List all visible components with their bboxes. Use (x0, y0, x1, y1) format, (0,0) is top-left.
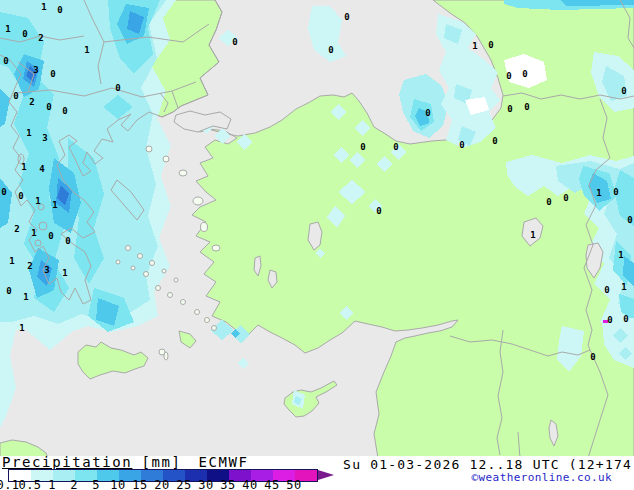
weather-map: 1010210300020013140011210012310110000001… (0, 0, 634, 458)
precip-value-label: 0 (507, 104, 512, 114)
precip-value-label: 0 (50, 69, 55, 79)
precip-value-label: 0 (393, 142, 398, 152)
precip-value-label: 0 (1, 187, 6, 197)
precip-value-label: 0 (3, 56, 8, 66)
precip-value-label: 3 (33, 65, 38, 75)
precip-value-label: 1 (9, 256, 14, 266)
precip-value-label: 1 (19, 323, 24, 333)
weather-map-page: 1010210300020013140011210012310110000001… (0, 0, 634, 490)
precip-value-label: 0 (522, 69, 527, 79)
precip-value-label: 0 (344, 12, 349, 22)
legend-unit: [mm] (141, 454, 181, 470)
precip-value-label: 0 (459, 140, 464, 150)
precip-value-label: 1 (5, 24, 10, 34)
scale-tick-label: 45 (264, 478, 279, 490)
precip-value-label: 4 (39, 164, 45, 174)
scale-tick-label: 5 (92, 478, 100, 490)
scale-tick-label: 0.1 (0, 478, 20, 490)
precip-value-label: 3 (42, 133, 47, 143)
precip-value-label: 0 (492, 136, 497, 146)
scale-tick-label: 25 (176, 478, 191, 490)
precip-value-label: 2 (29, 97, 34, 107)
precip-value-label: 0 (360, 142, 365, 152)
precip-value-label: 2 (27, 261, 32, 271)
precip-value-label: 0 (376, 206, 381, 216)
precip-value-label: 0 (48, 231, 53, 241)
precip-value-label: 0 (65, 236, 70, 246)
scale-tick-label: 10 (110, 478, 125, 490)
precip-value-label: 0 (22, 29, 27, 39)
precip-value-label: 1 (35, 196, 40, 206)
precip-value-label: 0 (62, 106, 67, 116)
copyright-link[interactable]: ©weatheronline.co.uk (472, 471, 612, 484)
scale-tick-label: 50 (286, 478, 301, 490)
precip-value-label: 2 (14, 224, 19, 234)
scale-tick-label: 1 (48, 478, 56, 490)
forecast-datetime: Su 01-03-2026 12..18 UTC (12+174) (343, 457, 634, 472)
precip-value-label: 1 (62, 268, 67, 278)
scale-tick-label: 20 (154, 478, 169, 490)
precip-value-label: 0 (18, 191, 23, 201)
scale-overflow-arrow (318, 470, 334, 480)
precip-value-label: 1 (31, 228, 36, 238)
precip-value-label: 1 (84, 45, 89, 55)
precip-value-label: 0 (546, 197, 551, 207)
precip-value-label: 0 (506, 71, 511, 81)
legend-model-name: ECMWF (199, 454, 249, 470)
scale-tick-label: 30 (198, 478, 213, 490)
precip-value-label: 0 (590, 352, 595, 362)
precip-value-label: 0 (623, 314, 628, 324)
scale-tick-label: 0.5 (18, 478, 41, 490)
scale-tick-label: 40 (242, 478, 257, 490)
scale-tick-label: 35 (220, 478, 235, 490)
precip-value-label: 0 (627, 215, 632, 225)
scale-tick-label: 2 (70, 478, 78, 490)
precip-value-label: 2 (38, 33, 43, 43)
precip-value-label: 1 (52, 200, 57, 210)
legend-footer: Precipitation[mm]ECMWF 0.10.512510152025… (0, 456, 634, 490)
precip-value-label: 0 (232, 37, 237, 47)
precip-value-label: 1 (596, 188, 601, 198)
precip-value-label: 0 (604, 285, 609, 295)
precip-value-label: 0 (46, 102, 51, 112)
precip-value-label: 3 (44, 265, 49, 275)
precip-value-label: 0 (57, 5, 62, 15)
precip-value-label: 0 (425, 108, 430, 118)
legend-title: Precipitation[mm]ECMWF (2, 454, 249, 470)
precip-value-label: 0 (328, 45, 333, 55)
precip-value-label: 1 (41, 2, 46, 12)
precip-value-label: 0 (488, 40, 493, 50)
scale-tick-label: 15 (132, 478, 147, 490)
legend-parameter: Precipitation (2, 454, 132, 470)
precip-value-label: 1 (26, 128, 31, 138)
precip-value-label: 0 (115, 83, 120, 93)
precip-value-label: 0 (6, 286, 11, 296)
precip-value-label: 1 (21, 162, 26, 172)
precip-value-label: 1 (618, 250, 623, 260)
precip-value-label: 1 (530, 230, 535, 240)
precip-value-label: 0 (607, 315, 612, 325)
precip-value-label: 1 (621, 282, 626, 292)
precip-value-label: 0 (613, 187, 618, 197)
precip-value-label: 1 (472, 41, 477, 51)
precip-value-label: 1 (23, 292, 28, 302)
precip-value-label: 0 (13, 91, 18, 101)
precip-value-label: 0 (563, 193, 568, 203)
precip-value-label: 0 (621, 86, 626, 96)
precip-value-label: 0 (524, 102, 529, 112)
